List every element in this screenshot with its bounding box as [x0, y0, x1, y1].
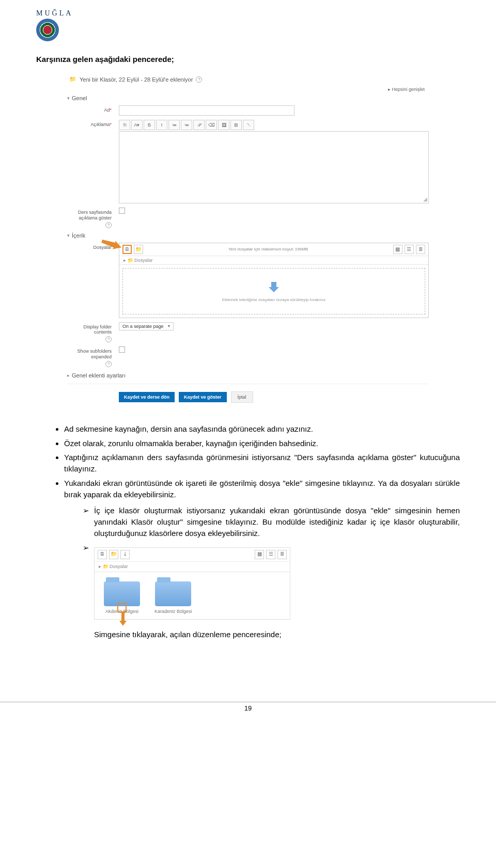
drop-hint: Eklemek istediğiniz dosyaları buraya sür… [222, 297, 326, 302]
create-folder-icon[interactable]: 📁 [134, 245, 143, 254]
page-footer: 19 [0, 702, 496, 712]
folder-icon [155, 581, 191, 606]
help-icon: ? [105, 222, 112, 228]
section-eklenti[interactable]: Genel eklenti ayarları [67, 369, 429, 382]
screenshot-folders: 🗎 📁 ⤓ ▦ ☰ ≣ Dosyalar [94, 547, 290, 620]
download-arrow-icon [267, 280, 281, 294]
folder-item[interactable]: Akdeniz Bölgesi [104, 581, 140, 615]
save-show-button[interactable]: Kaydet ve göster [179, 392, 227, 402]
logo-emblem [36, 19, 59, 41]
toolbar-btn[interactable]: ⌫ [206, 120, 217, 130]
label-display-folder: Display folder contents ? [67, 322, 112, 343]
logo: MUĞLA [36, 9, 460, 41]
file-breadcrumb[interactable]: Dosyalar [95, 562, 290, 572]
list-item: Yukarıdaki ekran görüntüsünde ok işareti… [64, 478, 460, 500]
expand-all-link[interactable]: Hepsini genişlet [388, 87, 425, 92]
cancel-button[interactable]: İptal [231, 391, 253, 403]
view-grid-icon[interactable]: ▦ [255, 550, 264, 559]
subfolders-checkbox[interactable] [119, 346, 125, 353]
help-icon: ? [196, 76, 202, 83]
folder-icon: 📁 [69, 76, 76, 83]
create-folder-icon[interactable]: 📁 [109, 550, 118, 559]
help-icon: ? [105, 361, 112, 367]
view-list-icon[interactable]: ☰ [405, 245, 414, 254]
intro-text: Karşınıza gelen aşağıdaki pencerede; [36, 55, 460, 64]
toolbar-btn[interactable]: ⎘ [119, 120, 130, 130]
list-item: Yaptığınız açıklamanın ders sayfasında g… [64, 452, 460, 475]
instructions-list: Ad sekmesine kaynağın, dersin ana sayfas… [36, 423, 460, 500]
section-genel[interactable]: Genel [67, 93, 429, 103]
toolbar-btn[interactable]: ≔ [181, 120, 192, 130]
list-item: Özet olarak, zorunlu olmamakla beraber, … [64, 438, 460, 449]
screenshot-add-folder: 📁 Yeni bir Klasör, 22 Eylül - 28 Eylül'e… [67, 73, 429, 405]
editor-toolbar: ⎘ A▾ B I ≔ ≔ 𝒫 ⌫ 🖼 ⊞ ␡ [119, 120, 429, 130]
view-tree-icon[interactable]: ≣ [277, 550, 287, 559]
download-icon[interactable]: ⤓ [120, 550, 130, 559]
file-drop-zone[interactable]: Eklemek istediğiniz dosyaları buraya sür… [122, 268, 425, 314]
label-show-on-page: Ders sayfasında açıklama göster ? [67, 208, 112, 228]
name-input[interactable] [119, 105, 295, 116]
page-number: 19 [244, 704, 252, 712]
label-ad: Ad* [67, 105, 112, 113]
folder-label: Karadeniz Bölgesi [154, 608, 192, 615]
svg-marker-1 [269, 282, 279, 292]
toolbar-btn[interactable]: 𝒫 [193, 120, 205, 130]
after-shot-text: Simgesine tıklayarak, açılan düzenleme p… [94, 629, 460, 640]
toolbar-btn[interactable]: A▾ [131, 120, 143, 130]
add-file-icon[interactable]: 🗎 [122, 245, 132, 254]
svg-marker-2 [119, 612, 127, 626]
save-return-button[interactable]: Kaydet ve derse dön [119, 392, 175, 402]
toolbar-btn[interactable]: ␡ [243, 120, 254, 130]
sub-list: ➢ İç içe klasör oluşturmak istiyorsanız … [36, 505, 460, 640]
sub-text: İç içe klasör oluşturmak istiyorsanız yu… [94, 505, 460, 539]
toolbar-btn[interactable]: B [144, 120, 155, 130]
section-icerik[interactable]: İçerik [67, 230, 429, 241]
label-aciklama: Açıklama* [67, 120, 112, 128]
file-picker: 🗎 📁 Yeni dosyalar için maksimum boyut: 1… [119, 243, 429, 318]
toolbar-btn[interactable]: 🖼 [218, 120, 229, 130]
label-subfolders: Show subfolders expanded ? [67, 346, 112, 367]
annotation-highlight [117, 603, 127, 612]
view-tree-icon[interactable]: ≣ [416, 245, 425, 254]
toolbar-btn[interactable]: ⊞ [230, 120, 242, 130]
toolbar-btn[interactable]: I [156, 120, 167, 130]
arrow-icon: ➢ [83, 505, 90, 539]
file-breadcrumb[interactable]: Dosyalar [119, 256, 428, 265]
arrow-icon: ➢ [83, 542, 90, 640]
list-item: Ad sekmesine kaynağın, dersin ana sayfas… [64, 423, 460, 435]
logo-text: MUĞLA [36, 9, 460, 18]
resize-icon[interactable]: ◢ [423, 196, 427, 202]
toolbar-btn[interactable]: ≔ [168, 120, 180, 130]
add-file-icon[interactable]: 🗎 [98, 550, 107, 559]
file-max-hint: Yeni dosyalar için maksimum boyut: 196MB [228, 247, 308, 251]
view-list-icon[interactable]: ☰ [266, 550, 275, 559]
description-editor[interactable]: ◢ [119, 131, 429, 203]
screenshot-title-row: 📁 Yeni bir Klasör, 22 Eylül - 28 Eylül'e… [67, 73, 429, 86]
show-desc-checkbox[interactable] [119, 208, 125, 214]
folder-item[interactable]: Karadeniz Bölgesi [154, 581, 192, 615]
folder-icon [104, 581, 140, 606]
view-grid-icon[interactable]: ▦ [393, 245, 402, 254]
help-icon: ? [105, 336, 112, 342]
button-row: Kaydet ve derse dön Kaydet ve göster İpt… [67, 386, 429, 405]
screenshot-title: Yeni bir Klasör, 22 Eylül - 28 Eylül'e e… [80, 76, 193, 83]
display-select[interactable]: On a separate page [119, 322, 174, 330]
expand-all-row: Hepsini genişlet [67, 86, 429, 93]
